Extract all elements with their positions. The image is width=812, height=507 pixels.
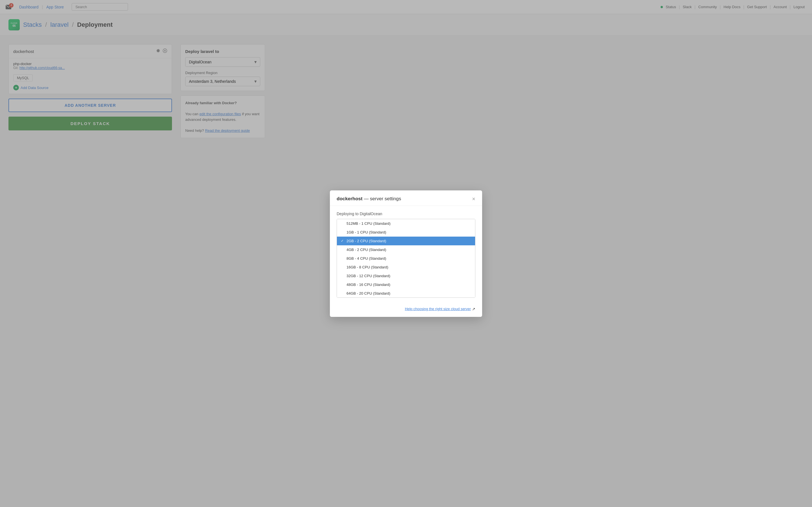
modal-overlay[interactable]: dockerhost — server settings × Deploying…	[0, 0, 812, 151]
